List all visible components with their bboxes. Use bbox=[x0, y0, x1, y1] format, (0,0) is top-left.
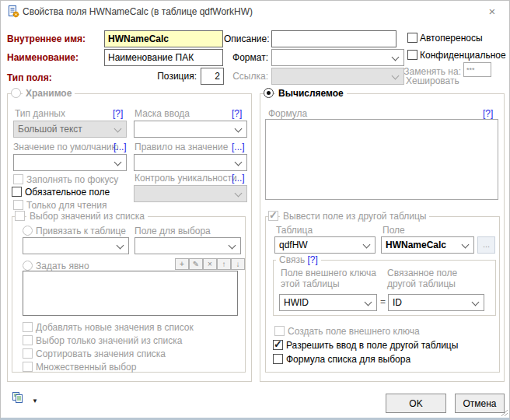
edit-value-button: ✎ bbox=[189, 258, 203, 270]
dropdown-arrow-icon[interactable]: ▼ bbox=[32, 397, 38, 404]
internal-name-input[interactable] bbox=[104, 30, 223, 47]
cancel-button[interactable]: Отмена bbox=[455, 394, 505, 413]
position-input[interactable] bbox=[201, 68, 224, 85]
stored-group-label: Хранимое bbox=[23, 88, 75, 99]
input-mask-combobox[interactable] bbox=[134, 121, 247, 138]
table-value: qdfHW bbox=[279, 240, 308, 250]
move-up-button: ↑ bbox=[217, 258, 231, 270]
fill-on-focus-checkbox bbox=[13, 174, 23, 184]
field-choice-label: Поле для выбора bbox=[134, 226, 211, 236]
description-input[interactable] bbox=[271, 30, 396, 47]
checkmark-icon: ✓ bbox=[269, 209, 278, 221]
close-icon: × bbox=[489, 5, 496, 18]
default-value-more-link[interactable]: [...] bbox=[114, 142, 127, 152]
required-checkbox[interactable] bbox=[12, 187, 22, 197]
validation-rule-more-link[interactable]: [...] bbox=[232, 142, 245, 152]
stored-radio[interactable] bbox=[11, 88, 21, 98]
fk-field-combobox[interactable]: HWID bbox=[279, 294, 377, 311]
computed-radio[interactable] bbox=[264, 88, 274, 98]
chevron-down-icon bbox=[114, 125, 122, 133]
chevron-down-icon bbox=[114, 159, 122, 166]
allow-input-checkbox[interactable]: ✓ bbox=[273, 340, 283, 350]
explicit-values-listbox[interactable] bbox=[23, 271, 238, 316]
create-fk-label: Создать поле внешнего ключа bbox=[288, 327, 420, 337]
computed-group-label: Вычисляемое bbox=[275, 88, 347, 99]
list-values-group-label: Выбор значений из списка bbox=[26, 211, 148, 222]
chevron-down-icon bbox=[365, 299, 372, 306]
field-properties-icon bbox=[7, 5, 19, 18]
formula-help-link[interactable]: [?] bbox=[483, 109, 493, 119]
data-type-value: Большой текст bbox=[18, 124, 82, 135]
fk-label-line2: этой таблицы bbox=[281, 279, 340, 289]
equals-sign: = bbox=[380, 297, 386, 307]
more-fields-button: ... bbox=[477, 236, 495, 254]
autowrap-label: Автопереносы bbox=[420, 33, 483, 44]
close-button[interactable]: × bbox=[484, 4, 500, 19]
validation-rule-combobox[interactable] bbox=[134, 154, 247, 171]
only-list-values-label: Выбор только значений из списка bbox=[36, 336, 182, 346]
default-value-label: Значение по умолчанию bbox=[13, 142, 119, 152]
autowrap-checkbox[interactable] bbox=[407, 33, 417, 43]
delete-value-button: × bbox=[203, 258, 217, 270]
table-label: Таблица bbox=[276, 226, 313, 236]
data-type-label: Тип данных bbox=[15, 109, 65, 119]
format-combobox[interactable] bbox=[271, 49, 404, 66]
bind-table-radio bbox=[23, 226, 33, 236]
sort-values-checkbox bbox=[23, 348, 33, 359]
linked-field-value: ID bbox=[393, 297, 402, 308]
relation-label: Связь bbox=[279, 254, 305, 265]
chevron-down-icon bbox=[235, 159, 243, 166]
multi-select-checkbox bbox=[23, 362, 33, 372]
add-new-values-label: Добавлять новые значения в список bbox=[36, 323, 194, 333]
confidential-checkbox[interactable] bbox=[407, 50, 417, 60]
derive-field-group-label: Вывести поле из другой таблицы bbox=[280, 211, 429, 222]
copy-field-button[interactable] bbox=[12, 391, 30, 408]
formula-label: Формула bbox=[268, 109, 307, 119]
formula-list-checkbox[interactable] bbox=[273, 354, 283, 364]
position-label: Позиция: bbox=[154, 72, 197, 82]
uniqueness-more-link[interactable]: [...] bbox=[232, 173, 245, 184]
allow-input-label: Разрешить ввод в поле другой таблицы bbox=[286, 341, 458, 351]
data-type-combobox: Большой текст bbox=[13, 121, 127, 138]
field-value: HWNameCalc bbox=[386, 240, 446, 250]
chevron-down-icon bbox=[235, 190, 243, 198]
ok-button[interactable]: OK bbox=[386, 394, 446, 413]
formula-textarea[interactable] bbox=[265, 119, 498, 200]
list-values-checkbox bbox=[15, 211, 25, 221]
resize-grip[interactable] bbox=[500, 408, 508, 416]
bind-table-combobox bbox=[23, 237, 129, 254]
uniqueness-combobox bbox=[134, 185, 247, 202]
caption-label: Наименование: bbox=[7, 53, 79, 63]
caption-input[interactable] bbox=[104, 49, 223, 66]
input-mask-help-link[interactable]: [?] bbox=[232, 109, 242, 119]
table-combobox[interactable]: qdfHW bbox=[274, 236, 376, 254]
add-new-values-checkbox bbox=[23, 322, 33, 332]
field-label: Поле bbox=[382, 226, 405, 236]
linked-field-combobox[interactable]: ID bbox=[388, 294, 484, 311]
field-combobox[interactable]: HWNameCalc bbox=[381, 236, 474, 254]
fk-field-value: HWID bbox=[284, 297, 309, 308]
relation-help-link[interactable]: [?] bbox=[308, 254, 318, 265]
format-label: Формат: bbox=[224, 53, 268, 63]
delete-icon: × bbox=[208, 260, 212, 268]
readonly-checkbox bbox=[13, 200, 23, 210]
chevron-down-icon bbox=[472, 299, 480, 306]
default-value-combobox[interactable] bbox=[13, 154, 127, 171]
field-properties-dialog: Свойства поля HWNameCalc (в таблице qdfW… bbox=[0, 0, 510, 420]
chevron-down-icon bbox=[229, 242, 236, 250]
chevron-down-icon bbox=[235, 125, 243, 133]
link-combobox bbox=[271, 68, 404, 85]
fk-label-line1: Поле внешнего ключа bbox=[281, 268, 376, 278]
internal-name-label: Внутреннее имя: bbox=[7, 34, 86, 44]
explicit-radio bbox=[23, 261, 33, 271]
chevron-down-icon bbox=[363, 241, 371, 249]
bind-table-label: Привязать к таблице bbox=[36, 226, 126, 236]
description-label: Описание: bbox=[224, 34, 268, 44]
window-title: Свойства поля HWNameCalc (в таблице qdfW… bbox=[23, 6, 253, 17]
replace-with-input[interactable] bbox=[463, 62, 491, 77]
required-label: Обязательное поле bbox=[25, 187, 110, 198]
linked-label-line2: другой таблицы bbox=[387, 279, 456, 289]
field-choice-combobox bbox=[134, 237, 241, 254]
sort-values-label: Сортировать значения списка bbox=[36, 349, 166, 359]
data-type-help-link[interactable]: [?] bbox=[113, 109, 123, 119]
